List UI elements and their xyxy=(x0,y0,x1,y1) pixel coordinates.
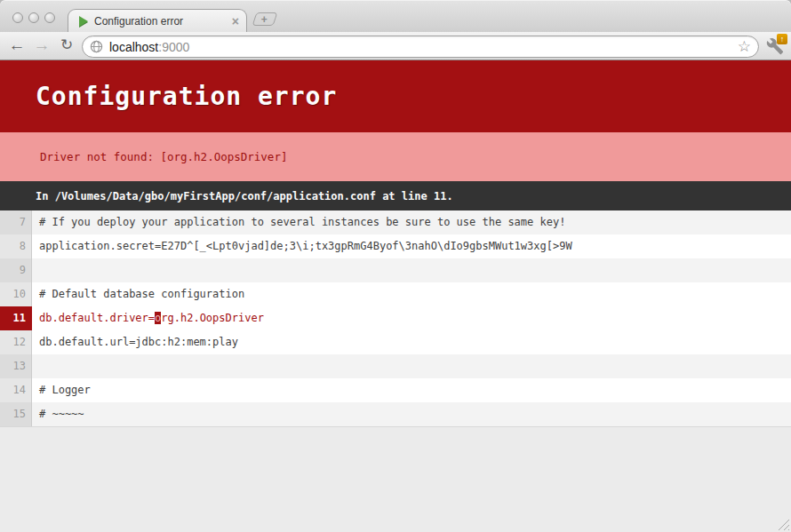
bookmark-star-icon[interactable]: ☆ xyxy=(738,40,751,53)
code-line: 8application.secret=E27D^[_<Lpt0vjad]de;… xyxy=(0,234,791,258)
new-tab-button[interactable]: + xyxy=(252,12,278,26)
line-code xyxy=(32,258,39,282)
update-badge-icon: ↑ xyxy=(777,34,787,44)
error-location: In /Volumes/Data/gbo/myFirstApp/conf/app… xyxy=(36,190,453,202)
tab-title: Configuration error xyxy=(94,15,232,28)
code-line: 9 xyxy=(0,258,791,282)
globe-icon xyxy=(90,40,103,53)
error-page: Configuration error Driver not found: [o… xyxy=(0,60,791,532)
error-header: Configuration error xyxy=(0,60,791,132)
play-framework-favicon-icon xyxy=(79,16,88,27)
traffic-light-minimize-button[interactable] xyxy=(28,12,39,23)
url-port: :9000 xyxy=(158,40,189,54)
line-code: # If you deploy your application to seve… xyxy=(32,210,565,234)
address-bar[interactable]: localhost :9000 ☆ xyxy=(82,36,759,58)
line-number: 12 xyxy=(0,330,32,354)
code-line: 15# ~~~~~ xyxy=(0,402,791,426)
traffic-light-zoom-button[interactable] xyxy=(44,12,55,23)
tab-close-icon[interactable]: × xyxy=(232,16,239,27)
error-message: Driver not found: [org.h2.OopsDriver] xyxy=(40,150,287,163)
line-number: 15 xyxy=(0,402,32,426)
code-line: 13 xyxy=(0,354,791,378)
page-title: Configuration error xyxy=(36,82,337,111)
browser-toolbar: ← → ↻ localhost :9000 ☆ ↑ xyxy=(0,32,791,60)
url-host: localhost xyxy=(109,40,158,54)
wrench-menu-button[interactable]: ↑ xyxy=(764,36,786,57)
traffic-light-close-button[interactable] xyxy=(12,12,23,23)
line-number: 14 xyxy=(0,378,32,402)
line-number: 10 xyxy=(0,282,32,306)
plus-icon: + xyxy=(261,15,268,24)
line-code: application.secret=E27D^[_<Lpt0vjad]de;3… xyxy=(32,234,572,258)
line-code xyxy=(32,354,39,378)
code-listing: 7# If you deploy your application to sev… xyxy=(0,210,791,427)
error-location-bar: In /Volumes/Data/gbo/myFirstApp/conf/app… xyxy=(0,181,791,210)
line-number: 11 xyxy=(0,306,32,330)
line-number: 9 xyxy=(0,258,32,282)
code-line: 10# Default database configuration xyxy=(0,282,791,306)
line-code: # ~~~~~ xyxy=(32,402,84,426)
browser-window: Configuration error × + ← → ↻ localhost … xyxy=(0,0,791,532)
back-button[interactable]: ← xyxy=(5,34,28,57)
error-message-banner: Driver not found: [org.h2.OopsDriver] xyxy=(0,132,791,181)
forward-button[interactable]: → xyxy=(30,34,53,57)
line-code: # Logger xyxy=(32,378,91,402)
tab-strip: Configuration error × + xyxy=(0,0,791,32)
browser-tab[interactable]: Configuration error × xyxy=(68,9,247,33)
code-line: 7# If you deploy your application to sev… xyxy=(0,210,791,234)
line-number: 7 xyxy=(0,210,32,234)
line-number: 13 xyxy=(0,354,32,378)
code-line-error: 11db.default.driver=org.h2.OopsDriver xyxy=(0,306,791,330)
code-line: 12db.default.url=jdbc:h2:mem:play xyxy=(0,330,791,354)
code-line: 14# Logger xyxy=(0,378,791,402)
line-code: # Default database configuration xyxy=(32,282,244,306)
line-code: db.default.driver=org.h2.OopsDriver xyxy=(32,306,264,330)
line-code: db.default.url=jdbc:h2:mem:play xyxy=(32,330,238,354)
line-number: 8 xyxy=(0,234,32,258)
reload-button[interactable]: ↻ xyxy=(55,34,78,57)
